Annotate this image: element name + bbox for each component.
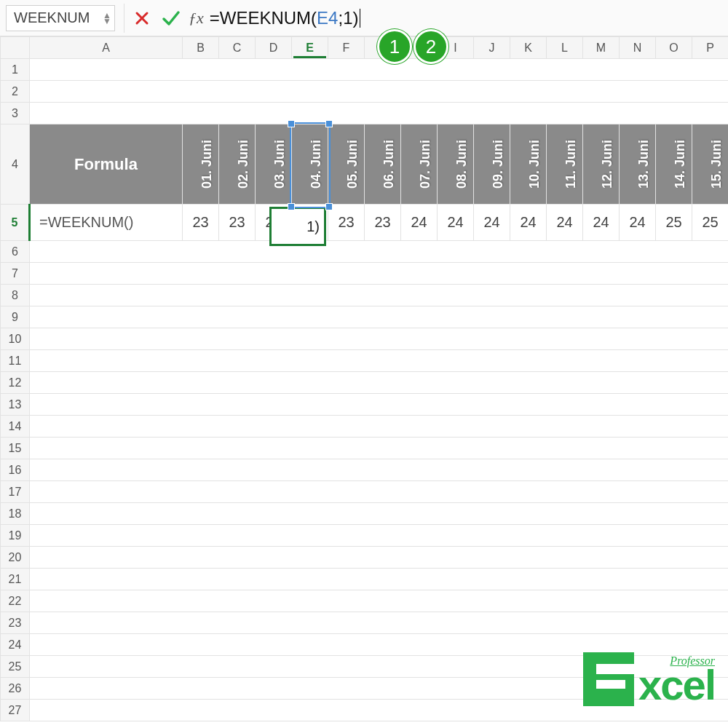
cell[interactable] (30, 350, 729, 372)
header-cell-date[interactable]: 11. Juni (547, 124, 583, 205)
col-header[interactable]: M (583, 37, 620, 59)
header-cell-date[interactable]: 02. Juni (219, 124, 256, 205)
cell[interactable]: 24 (547, 205, 583, 241)
row-header[interactable]: 18 (1, 503, 30, 525)
row-header[interactable]: 13 (1, 394, 30, 416)
col-header[interactable]: J (474, 37, 510, 59)
row-header[interactable]: 26 (1, 678, 30, 700)
row-header[interactable]: 2 (1, 81, 30, 103)
row-header[interactable]: 24 (1, 634, 30, 656)
cell[interactable] (30, 394, 729, 416)
row-header[interactable]: 1 (1, 59, 30, 81)
fx-icon[interactable]: ƒx (189, 9, 204, 28)
cell[interactable]: 24 (474, 205, 510, 241)
row-header[interactable]: 7 (1, 263, 30, 285)
col-header[interactable]: K (510, 37, 547, 59)
header-cell-date[interactable]: 14. Juni (656, 124, 692, 205)
chevron-down-icon[interactable]: ▼ (103, 18, 111, 24)
row-header[interactable]: 20 (1, 547, 30, 569)
cell[interactable]: 25 (656, 205, 692, 241)
cell[interactable]: 23 (256, 205, 292, 241)
row-header[interactable]: 22 (1, 590, 30, 612)
header-cell-date[interactable]: 10. Juni (510, 124, 547, 205)
spreadsheet-grid[interactable]: A B C D E F G H I J K L M N O P Q 1 2 3 … (0, 36, 728, 728)
row-header[interactable]: 10 (1, 328, 30, 350)
row-header[interactable]: 6 (1, 241, 30, 263)
cell[interactable] (30, 438, 729, 459)
cell[interactable] (30, 372, 729, 394)
formula-input[interactable]: =WEEKNUM(E4;1) (210, 8, 728, 28)
select-all-corner[interactable] (1, 37, 30, 59)
header-cell-date[interactable]: 13. Juni (620, 124, 656, 205)
cell[interactable]: 23 (365, 205, 401, 241)
cell[interactable]: 25 (692, 205, 729, 241)
cell[interactable]: 23 (183, 205, 219, 241)
row-header[interactable]: 15 (1, 438, 30, 459)
row-header[interactable]: 12 (1, 372, 30, 394)
cell[interactable] (30, 103, 729, 124)
header-cell-date-active[interactable]: 04. Juni (292, 124, 328, 205)
row-header[interactable]: 11 (1, 350, 30, 372)
cell[interactable]: 24 (401, 205, 438, 241)
row-header[interactable]: 9 (1, 306, 30, 328)
col-header[interactable]: B (183, 37, 219, 59)
row-header[interactable]: 16 (1, 459, 30, 481)
header-cell-date[interactable]: 07. Juni (401, 124, 438, 205)
header-cell-date[interactable]: 12. Juni (583, 124, 620, 205)
cell[interactable] (30, 590, 729, 612)
name-box[interactable]: WEEKNUM ▲ ▼ (6, 5, 115, 31)
cell[interactable] (30, 81, 729, 103)
row-header[interactable]: 21 (1, 569, 30, 590)
row-header[interactable]: 19 (1, 525, 30, 547)
cell[interactable]: 24 (438, 205, 474, 241)
cell[interactable]: 24 (510, 205, 547, 241)
row-header[interactable]: 14 (1, 416, 30, 438)
cell[interactable]: 24 (583, 205, 620, 241)
cell[interactable] (30, 569, 729, 590)
cell[interactable] (30, 241, 729, 263)
col-header[interactable]: C (219, 37, 256, 59)
header-cell-date[interactable]: 08. Juni (438, 124, 474, 205)
col-header-active[interactable]: E (292, 37, 328, 59)
accept-button[interactable] (157, 4, 186, 33)
col-header[interactable]: P (692, 37, 729, 59)
cell[interactable]: 23 (328, 205, 365, 241)
row-header[interactable]: 4 (1, 124, 30, 205)
header-cell-date[interactable]: 01. Juni (183, 124, 219, 205)
name-box-stepper[interactable]: ▲ ▼ (103, 12, 111, 24)
row-header[interactable]: 25 (1, 656, 30, 678)
cell[interactable]: 24 (620, 205, 656, 241)
cell[interactable] (30, 547, 729, 569)
row-header-active[interactable]: 5 (1, 205, 30, 241)
header-cell-date[interactable]: 09. Juni (474, 124, 510, 205)
row-header[interactable]: 8 (1, 285, 30, 306)
row-header[interactable]: 23 (1, 612, 30, 634)
cell[interactable] (30, 525, 729, 547)
col-header[interactable]: N (620, 37, 656, 59)
header-cell-formula[interactable]: Formula (30, 124, 183, 205)
col-header[interactable]: D (256, 37, 292, 59)
header-cell-date[interactable]: 15. Juni (692, 124, 729, 205)
col-header[interactable]: A (30, 37, 183, 59)
cell[interactable] (30, 306, 729, 328)
cell[interactable] (30, 612, 729, 634)
cell[interactable] (30, 481, 729, 503)
cell[interactable]: 23 (219, 205, 256, 241)
cell-editing[interactable] (292, 205, 328, 241)
row-header[interactable]: 27 (1, 700, 30, 721)
col-header[interactable]: F (328, 37, 365, 59)
cell[interactable] (30, 263, 729, 285)
cancel-button[interactable] (127, 4, 157, 33)
header-cell-date[interactable]: 05. Juni (328, 124, 365, 205)
cell[interactable] (30, 328, 729, 350)
cell-a5[interactable]: =WEEKNUM() (30, 205, 183, 241)
col-header[interactable]: O (656, 37, 692, 59)
cell[interactable] (30, 459, 729, 481)
header-cell-date[interactable]: 06. Juni (365, 124, 401, 205)
row-header[interactable]: 3 (1, 103, 30, 124)
cell[interactable] (30, 416, 729, 438)
header-cell-date[interactable]: 03. Juni (256, 124, 292, 205)
row-header[interactable]: 17 (1, 481, 30, 503)
cell[interactable] (30, 503, 729, 525)
col-header[interactable]: L (547, 37, 583, 59)
